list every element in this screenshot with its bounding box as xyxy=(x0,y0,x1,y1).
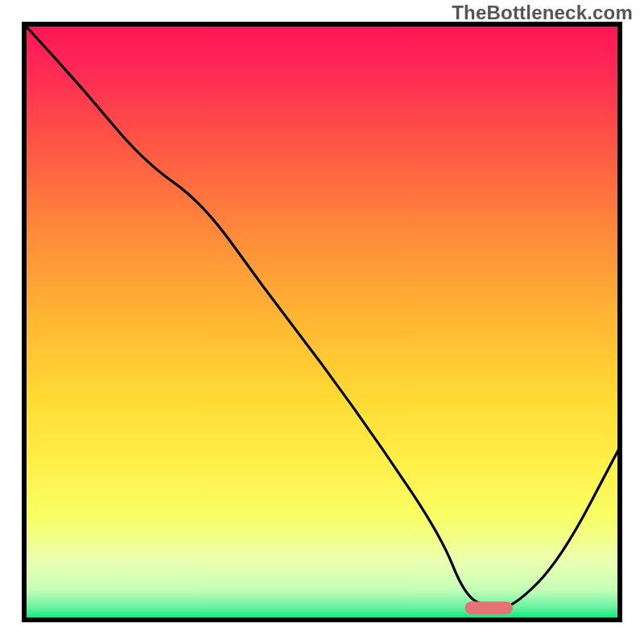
plot-background xyxy=(24,24,620,620)
watermark-text: TheBottleneck.com xyxy=(452,2,633,24)
chart-canvas xyxy=(0,0,644,644)
optimum-marker xyxy=(465,601,513,614)
